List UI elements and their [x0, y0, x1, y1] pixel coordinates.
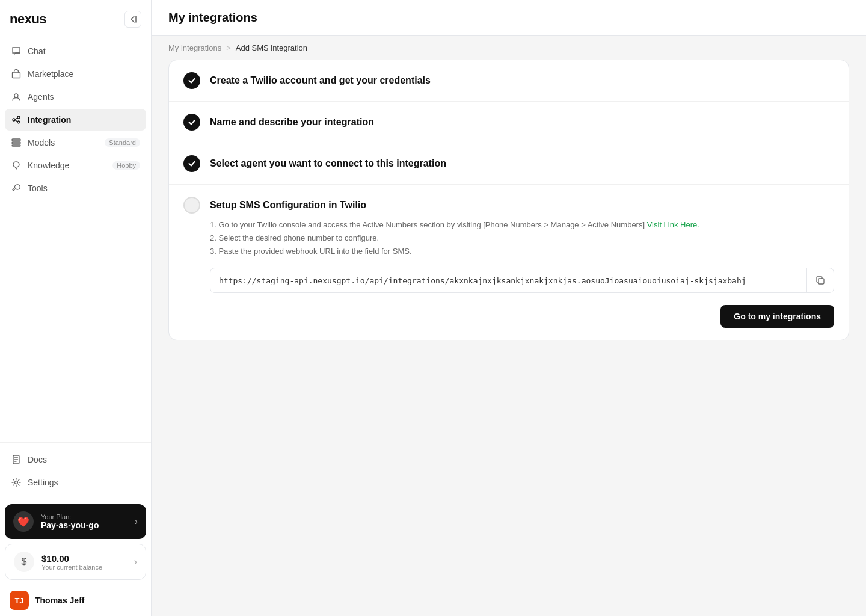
sidebar: nexus Chat Marketplace: [0, 0, 152, 616]
step-1-title: Create a Twilio account and get your cre…: [210, 75, 431, 86]
sidebar-item-settings[interactable]: Settings: [5, 472, 146, 493]
sidebar-item-marketplace-label: Marketplace: [28, 69, 73, 79]
svg-rect-1: [13, 72, 20, 78]
svg-rect-16: [818, 279, 824, 284]
breadcrumb-parent[interactable]: My integrations: [168, 43, 221, 52]
sidebar-bottom: Docs Settings: [0, 442, 151, 499]
plan-label: Your Plan:: [41, 513, 99, 520]
instruction-1: 1. Go to your Twilio console and access …: [210, 218, 834, 232]
step-4-instructions: 1. Go to your Twilio console and access …: [210, 218, 834, 258]
plan-card[interactable]: ❤️ Your Plan: Pay-as-you-go ›: [5, 504, 146, 539]
sidebar-item-docs[interactable]: Docs: [5, 449, 146, 470]
step-3-check: [183, 155, 200, 172]
sidebar-item-tools-label: Tools: [28, 183, 48, 193]
copy-icon: [815, 276, 825, 285]
plan-info: Your Plan: Pay-as-you-go: [41, 513, 99, 530]
main-content-area: My integrations My integrations > Add SM…: [152, 0, 866, 616]
svg-point-5: [17, 121, 20, 123]
sidebar-item-integration-label: Integration: [28, 115, 71, 125]
svg-point-15: [15, 481, 18, 484]
sidebar-item-tools[interactable]: Tools: [5, 177, 146, 199]
models-badge: Standard: [105, 138, 140, 147]
sidebar-item-knowledge-label: Knowledge: [28, 161, 69, 170]
collapse-button[interactable]: [124, 11, 141, 28]
go-to-integrations-button[interactable]: Go to my integrations: [720, 305, 834, 328]
page-title: My integrations: [168, 11, 849, 25]
copy-button[interactable]: [806, 268, 834, 292]
sidebar-item-chat[interactable]: Chat: [5, 40, 146, 62]
step-4-row: Setup SMS Configuration in Twilio: [169, 185, 849, 218]
sidebar-item-knowledge[interactable]: Knowledge Hobby: [5, 155, 146, 176]
balance-card[interactable]: $ $10.00 Your current balance ›: [5, 544, 146, 580]
marketplace-icon: [11, 69, 22, 79]
user-name: Thomas Jeff: [35, 596, 84, 605]
balance-arrow-icon: ›: [134, 556, 137, 567]
sidebar-item-agents-label: Agents: [28, 92, 54, 102]
logo-text: nexus: [10, 11, 46, 26]
step-2-check: [183, 114, 200, 131]
integration-icon: [11, 114, 22, 125]
step-1-check: [183, 72, 200, 89]
step-1-row: Create a Twilio account and get your cre…: [169, 60, 849, 102]
sidebar-nav: Chat Marketplace Agents Integration: [0, 34, 151, 442]
sidebar-header: nexus: [0, 0, 151, 34]
breadcrumb-current: Add SMS integration: [236, 43, 307, 52]
instruction-2: 2. Select the desired phone number to co…: [210, 232, 834, 245]
step-4-check: [183, 197, 200, 214]
webhook-field: https://staging-api.nexusgpt.io/api/inte…: [210, 268, 834, 293]
user-row: TJ Thomas Jeff: [1, 585, 150, 616]
breadcrumb-separator: >: [226, 43, 231, 52]
knowledge-icon: [11, 160, 22, 171]
steps-container: Create a Twilio account and get your cre…: [152, 60, 866, 616]
sidebar-item-models[interactable]: Models Standard: [5, 132, 146, 153]
sidebar-item-agents[interactable]: Agents: [5, 86, 146, 108]
svg-rect-10: [12, 145, 20, 146]
step-2-row: Name and describe your integration: [169, 102, 849, 143]
svg-line-6: [15, 118, 17, 120]
logo: nexus: [10, 11, 46, 27]
plan-name: Pay-as-you-go: [41, 520, 99, 530]
step-2-title: Name and describe your integration: [210, 117, 374, 128]
sidebar-item-marketplace[interactable]: Marketplace: [5, 63, 146, 85]
steps-card: Create a Twilio account and get your cre…: [168, 60, 849, 340]
agents-icon: [11, 91, 22, 102]
collapse-icon: [129, 15, 137, 23]
svg-point-3: [13, 119, 15, 121]
tools-icon: [11, 183, 22, 194]
step-3-row: Select agent you want to connect to this…: [169, 143, 849, 185]
sidebar-item-docs-label: Docs: [28, 455, 47, 464]
svg-point-4: [17, 116, 20, 119]
svg-rect-9: [12, 142, 20, 144]
models-icon: [11, 137, 22, 148]
breadcrumb: My integrations > Add SMS integration: [152, 36, 866, 60]
knowledge-badge: Hobby: [112, 161, 140, 170]
step-3-title: Select agent you want to connect to this…: [210, 158, 446, 169]
instruction-3: 3. Paste the provided webhook URL into t…: [210, 245, 834, 258]
step-4-title: Setup SMS Configuration in Twilio: [210, 200, 366, 211]
avatar: TJ: [10, 591, 29, 610]
svg-line-7: [15, 120, 17, 122]
svg-rect-8: [12, 139, 20, 141]
svg-point-2: [14, 94, 18, 97]
sidebar-item-integration[interactable]: Integration: [5, 109, 146, 131]
plan-icon: ❤️: [13, 511, 34, 532]
page-header: My integrations: [152, 0, 866, 36]
sidebar-item-settings-label: Settings: [28, 478, 58, 487]
docs-icon: [11, 454, 22, 465]
webhook-url: https://staging-api.nexusgpt.io/api/inte…: [210, 269, 806, 292]
sidebar-item-chat-label: Chat: [28, 46, 46, 56]
balance-info: $10.00 Your current balance: [41, 553, 102, 571]
plan-arrow-icon: ›: [135, 516, 138, 527]
chat-icon: [11, 46, 22, 57]
balance-icon: $: [14, 552, 34, 572]
step-4-body: 1. Go to your Twilio console and access …: [169, 218, 849, 340]
balance-amount: $10.00: [41, 553, 102, 564]
sidebar-item-models-label: Models: [28, 138, 55, 147]
settings-icon: [11, 477, 22, 488]
balance-label: Your current balance: [41, 564, 102, 571]
visit-link[interactable]: Visit Link Here.: [647, 220, 699, 229]
